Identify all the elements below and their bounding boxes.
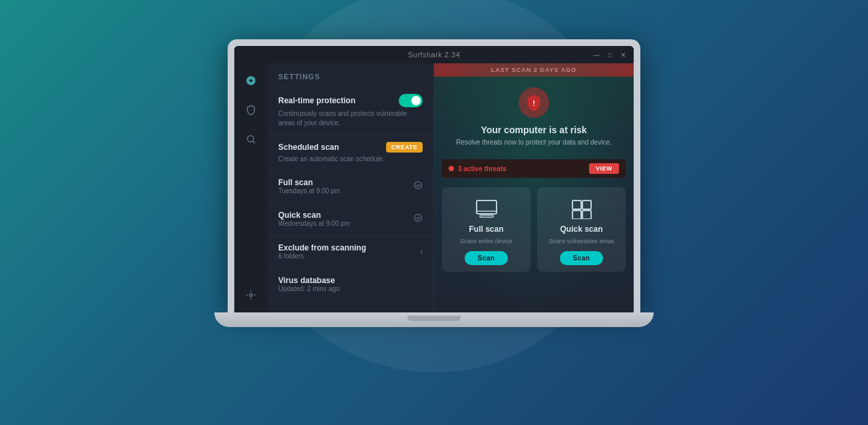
sidebar [234,63,268,312]
title-bar: Surfshark 2.34 — □ ✕ [234,46,634,63]
exclude-chevron-icon: › [420,247,423,256]
realtime-toggle[interactable] [399,94,423,107]
risk-title: Your computer is at risk [481,125,586,135]
svg-text:!: ! [533,99,535,107]
app-body: SETTINGS Real-time protection Continuous… [234,63,634,312]
svg-line-1 [253,141,255,143]
create-schedule-button[interactable]: CREATE [386,142,423,153]
full-scan-card: Full scan Scans entire device Scan [442,187,531,272]
app-window: Surfshark 2.34 — □ ✕ [234,46,634,312]
svg-rect-6 [477,201,497,214]
laptop-screen-inner: Surfshark 2.34 — □ ✕ [234,46,634,312]
quick-scan-card-icon [570,197,594,220]
svg-rect-10 [582,201,591,209]
scan-status-banner: LAST SCAN 2 DAYS AGO [434,63,634,77]
full-scan-button[interactable]: Scan [465,251,509,265]
threat-dot-icon [449,166,454,171]
quick-scan-card-title: Quick scan [560,224,602,234]
settings-item-scheduled[interactable]: Scheduled scan CREATE Create an automati… [268,135,433,171]
laptop-outer: Surfshark 2.34 — □ ✕ [208,39,660,386]
risk-section: ! Your computer is at risk Resolve threa… [445,77,622,154]
threats-bar: 3 active threats VIEW [442,159,626,178]
sidebar-icon-settings[interactable] [242,286,260,304]
fullscan-title: Full scan [278,178,340,187]
laptop-screen-bezel: Surfshark 2.34 — □ ✕ [228,39,640,312]
svg-point-0 [248,136,254,142]
settings-item-exclude[interactable]: Exclude from scanning 6 folders › [268,236,433,269]
quick-scan-card: Quick scan Scans vulnerables areas Scan [537,187,626,272]
quickscan-title: Quick scan [278,211,350,220]
svg-point-2 [250,294,252,296]
virusdb-subtitle: Updated: 2 mins ago [278,285,423,292]
laptop-notch [407,316,461,321]
sidebar-icon-search[interactable] [242,130,260,149]
settings-panel: SETTINGS Real-time protection Continuous… [268,63,434,312]
risk-desc: Resolve threats now to protect your data… [456,138,611,147]
maximize-button[interactable]: □ [606,51,614,59]
realtime-desc: Continuously scans and protects vulnerab… [278,109,423,128]
virusdb-title: Virus database [278,276,423,285]
settings-header: SETTINGS [268,63,433,87]
quick-scan-button[interactable]: Scan [560,251,604,265]
scheduled-desc: Create an automatic scan schedule. [278,155,423,164]
svg-rect-11 [572,211,581,219]
sidebar-icon-shield[interactable] [242,101,260,119]
svg-rect-12 [582,211,591,219]
exclude-title: Exclude from scanning [278,243,366,252]
settings-item-virusdb[interactable]: Virus database Updated: 2 mins ago [268,269,433,300]
svg-rect-9 [572,201,581,209]
app-title: Surfshark 2.34 [408,51,461,59]
view-threats-button[interactable]: VIEW [589,163,619,174]
realtime-title: Real-time protection [278,96,355,105]
full-scan-card-desc: Scans entire device [460,238,513,244]
scheduled-title: Scheduled scan [278,143,339,152]
threats-count: 3 active threats [458,165,507,173]
fullscan-check-icon [413,181,423,192]
svg-rect-7 [480,215,493,217]
sidebar-icon-shark[interactable] [242,71,260,90]
main-content: LAST SCAN 2 DAYS AGO ! Your computer is … [434,63,634,312]
title-bar-controls: — □ ✕ [592,51,627,59]
quickscan-subtitle: Wednesdays at 9:00 pm [278,220,350,227]
exclude-subtitle: 6 folders [278,252,366,260]
svg-point-4 [415,214,422,222]
full-scan-card-icon [475,197,499,220]
shield-warning-icon: ! [519,87,549,118]
settings-item-realtime[interactable]: Real-time protection Continuously scans … [268,87,433,135]
full-scan-card-title: Full scan [469,224,503,234]
quick-scan-card-desc: Scans vulnerables areas [548,238,614,244]
scan-cards: Full scan Scans entire device Scan [434,183,634,280]
svg-point-3 [415,182,422,189]
quickscan-check-icon [413,213,423,224]
laptop-base [214,312,654,327]
threats-left: 3 active threats [449,165,507,173]
close-button[interactable]: ✕ [619,51,627,59]
settings-item-quickscan[interactable]: Quick scan Wednesdays at 9:00 pm [268,204,433,236]
settings-item-fullscan[interactable]: Full scan Tuesdays at 9:00 pm [268,171,433,204]
fullscan-subtitle: Tuesdays at 9:00 pm [278,187,340,195]
minimize-button[interactable]: — [592,51,600,59]
